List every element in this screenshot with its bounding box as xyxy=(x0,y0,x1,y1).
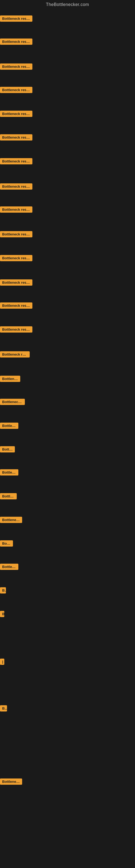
bottleneck-badge[interactable]: | xyxy=(0,659,4,665)
bottleneck-badge[interactable]: Bottleneck xyxy=(0,469,18,475)
bottleneck-badge[interactable]: Bottleneck result xyxy=(0,111,32,117)
result-row: Bottleneck result xyxy=(0,158,32,165)
result-row: Bottlene xyxy=(0,446,15,454)
bottleneck-badge[interactable]: Bottlene xyxy=(0,446,15,453)
result-row: | xyxy=(0,659,4,666)
result-row: Bottleneck resu xyxy=(0,399,25,406)
bottleneck-badge[interactable]: Bottleneck r xyxy=(0,376,20,382)
bottleneck-badge[interactable]: Bottleneck result xyxy=(0,158,32,164)
result-row: Bottleneck result xyxy=(0,351,30,359)
bottleneck-badge[interactable]: Bottleneck xyxy=(0,423,18,429)
bottleneck-badge[interactable]: Bottlenec xyxy=(0,493,17,499)
result-row: Bo xyxy=(0,587,6,595)
result-row: B xyxy=(0,611,4,618)
result-row: Bottleneck result xyxy=(0,16,32,23)
bottleneck-badge[interactable]: Bottleneck re xyxy=(0,778,22,785)
bottleneck-badge[interactable]: Bottler xyxy=(0,540,13,547)
bottleneck-badge[interactable]: Bottleneck xyxy=(0,564,18,570)
bottleneck-badge[interactable]: Bottleneck re xyxy=(0,517,22,523)
result-row: Bottleneck xyxy=(0,423,18,430)
result-row: Bottleneck result xyxy=(0,111,32,118)
result-row: Bottleneck result xyxy=(0,87,32,94)
bottleneck-badge[interactable]: B xyxy=(0,611,4,617)
result-row: Bottlenec xyxy=(0,493,17,500)
bottleneck-badge[interactable]: Bottleneck result xyxy=(0,16,32,22)
result-row: Bottleneck re xyxy=(0,517,22,524)
result-row: Bottleneck result xyxy=(0,303,32,310)
result-row: Bottleneck result xyxy=(0,255,32,262)
bottleneck-badge[interactable]: Bo xyxy=(0,587,6,593)
bottleneck-badge[interactable]: Bottleneck result xyxy=(0,38,32,45)
result-row: Bottleneck result xyxy=(0,207,32,214)
bottleneck-badge[interactable]: Bottleneck result xyxy=(0,134,32,141)
bottleneck-badge[interactable]: Bottleneck resu xyxy=(0,399,25,405)
bottleneck-badge[interactable]: Bottleneck result xyxy=(0,255,32,261)
bottleneck-badge[interactable]: Bottleneck result xyxy=(0,326,32,333)
bottleneck-badge[interactable]: Bottleneck result xyxy=(0,303,32,309)
result-row: Bottleneck result xyxy=(0,231,32,239)
bottleneck-badge[interactable]: Bot xyxy=(0,705,7,712)
bottleneck-badge[interactable]: Bottleneck result xyxy=(0,87,32,93)
bottleneck-badge[interactable]: Bottleneck result xyxy=(0,351,30,358)
result-row: Bottleneck re xyxy=(0,778,22,786)
result-row: Bottleneck result xyxy=(0,183,32,191)
result-row: Bottleneck result xyxy=(0,279,32,287)
site-title: TheBottlenecker.com xyxy=(0,0,135,8)
bottleneck-badge[interactable]: Bottleneck result xyxy=(0,183,32,190)
result-row: Bot xyxy=(0,705,7,713)
bottleneck-badge[interactable]: Bottleneck result xyxy=(0,207,32,213)
bottleneck-badge[interactable]: Bottleneck result xyxy=(0,231,32,237)
result-row: Bottleneck xyxy=(0,469,18,476)
result-row: Bottleneck result xyxy=(0,63,32,71)
bottleneck-badge[interactable]: Bottleneck result xyxy=(0,279,32,286)
result-row: Bottler xyxy=(0,540,13,548)
result-row: Bottleneck result xyxy=(0,326,32,334)
result-row: Bottleneck r xyxy=(0,376,20,383)
result-row: Bottleneck result xyxy=(0,134,32,142)
result-row: Bottleneck result xyxy=(0,38,32,46)
result-row: Bottleneck xyxy=(0,564,18,571)
bottleneck-badge[interactable]: Bottleneck result xyxy=(0,63,32,70)
